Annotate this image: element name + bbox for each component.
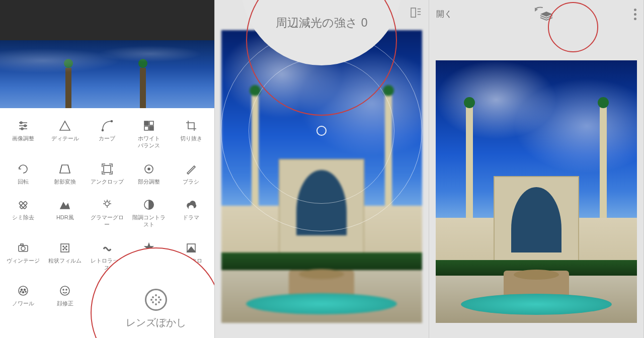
hdr-icon xyxy=(46,198,84,211)
tool-label: 回転 xyxy=(4,179,42,186)
svg-point-31 xyxy=(66,249,67,250)
tool-label: ノワール xyxy=(4,300,42,307)
tool-detail[interactable]: ディテール xyxy=(46,119,84,149)
svg-point-39 xyxy=(20,291,21,292)
svg-point-40 xyxy=(25,291,26,292)
tune-icon xyxy=(4,119,42,132)
svg-point-35 xyxy=(19,286,28,295)
overflow-menu-icon[interactable] xyxy=(634,9,636,20)
tool-crop[interactable]: 切り抜き xyxy=(172,119,210,149)
tool-label: ディテール xyxy=(46,135,84,142)
brush-icon xyxy=(172,162,210,176)
histogram-icon[interactable] xyxy=(411,8,422,18)
grainy-icon xyxy=(46,241,84,255)
tool-vintage[interactable]: ヴィンテージ xyxy=(4,241,42,272)
tool-label: カーブ xyxy=(88,135,126,142)
glamour-icon xyxy=(88,198,126,211)
rotate-icon xyxy=(4,162,42,176)
lens-blur-label: レンズぼかし xyxy=(126,316,186,329)
svg-line-15 xyxy=(68,165,70,173)
svg-rect-16 xyxy=(104,165,111,173)
tool-label: シミ除去 xyxy=(4,214,42,221)
tonal-icon xyxy=(130,198,168,211)
svg-point-28 xyxy=(63,246,64,247)
screen-tools-grid: 画像調整ディテールカーブホワイト バランス切り抜き回転射影変換アンクロップ部分調… xyxy=(0,0,215,338)
tool-label: 部分調整 xyxy=(130,179,168,186)
open-button[interactable]: 開く xyxy=(436,9,452,20)
vintage-icon xyxy=(4,241,42,255)
photo-canvas[interactable] xyxy=(221,30,423,323)
retro-icon xyxy=(88,241,126,255)
crop-icon xyxy=(172,119,210,132)
tool-face[interactable]: 顔修正 xyxy=(46,284,84,307)
detail-icon xyxy=(46,119,84,132)
svg-rect-11 xyxy=(144,126,148,130)
tool-selective[interactable]: 部分調整 xyxy=(130,162,168,186)
screen-lens-blur-edit: 周辺減光の強さ 0 xyxy=(215,0,430,338)
svg-rect-47 xyxy=(411,8,416,17)
tool-tonal[interactable]: 階調コントラスト xyxy=(130,198,168,228)
tool-tune[interactable]: 画像調整 xyxy=(4,119,42,149)
tool-label: ドラマ xyxy=(172,214,210,221)
noir-icon xyxy=(4,284,42,297)
svg-point-38 xyxy=(22,292,24,293)
tool-heal[interactable]: シミ除去 xyxy=(4,198,42,228)
face-icon xyxy=(46,284,84,297)
svg-marker-21 xyxy=(60,203,69,209)
tool-brush[interactable]: ブラシ xyxy=(172,162,210,186)
tool-label: 顔修正 xyxy=(46,300,84,307)
curves-icon xyxy=(88,119,126,132)
tool-uncrop[interactable]: アンクロップ xyxy=(88,162,126,186)
tool-noir[interactable]: ノワール xyxy=(4,284,42,307)
edit-stack-button[interactable] xyxy=(534,6,553,23)
uncrop-icon xyxy=(88,162,126,176)
tool-label: 射影変換 xyxy=(46,179,84,186)
svg-rect-12 xyxy=(149,126,153,130)
selective-icon xyxy=(130,162,168,176)
tool-persp[interactable]: 射影変換 xyxy=(46,162,84,186)
svg-point-7 xyxy=(102,130,103,131)
whitebalance-icon xyxy=(130,119,168,132)
svg-marker-6 xyxy=(60,121,70,130)
tool-label: ブラシ xyxy=(172,179,210,186)
svg-point-43 xyxy=(66,289,67,290)
svg-rect-10 xyxy=(149,121,153,125)
tool-label: グラマーグロー xyxy=(88,214,126,228)
tool-curves[interactable]: カーブ xyxy=(88,119,126,149)
tool-rotate[interactable]: 回転 xyxy=(4,162,42,186)
tool-label: 粒状フィルム xyxy=(46,258,84,265)
tool-label: HDR風 xyxy=(46,214,84,221)
heal-icon xyxy=(4,198,42,211)
photo-canvas[interactable] xyxy=(436,60,637,323)
svg-point-37 xyxy=(24,289,25,291)
svg-point-32 xyxy=(64,247,65,248)
tool-hdr[interactable]: HDR風 xyxy=(46,198,84,228)
svg-point-42 xyxy=(63,289,64,290)
perspective-icon xyxy=(46,162,84,176)
tool-label: 画像調整 xyxy=(4,135,42,142)
tool-drama[interactable]: ドラマ xyxy=(172,198,210,228)
svg-point-41 xyxy=(60,286,69,295)
svg-point-29 xyxy=(66,246,67,247)
tool-label: ホワイト バランス xyxy=(130,135,168,149)
tool-label: ヴィンテージ xyxy=(4,258,42,265)
lens-blur-icon xyxy=(145,289,167,311)
tool-label: 階調コントラスト xyxy=(130,214,168,228)
tool-label: 切り抜き xyxy=(172,135,210,142)
photo-preview xyxy=(0,0,214,108)
svg-rect-9 xyxy=(144,121,148,125)
tool-glamour[interactable]: グラマーグロー xyxy=(88,198,126,228)
svg-point-18 xyxy=(148,168,150,170)
tool-grainy[interactable]: 粒状フィルム xyxy=(46,241,84,272)
svg-line-14 xyxy=(60,165,62,173)
svg-marker-34 xyxy=(187,247,195,252)
tool-wb[interactable]: ホワイト バランス xyxy=(130,119,168,149)
drama-icon xyxy=(172,198,210,211)
svg-point-22 xyxy=(105,202,109,206)
svg-point-25 xyxy=(21,246,25,250)
svg-rect-26 xyxy=(21,244,23,245)
svg-point-36 xyxy=(21,289,22,291)
screen-main: 開く xyxy=(429,0,644,338)
tool-label: アンクロップ xyxy=(88,179,126,186)
svg-point-30 xyxy=(63,249,64,250)
